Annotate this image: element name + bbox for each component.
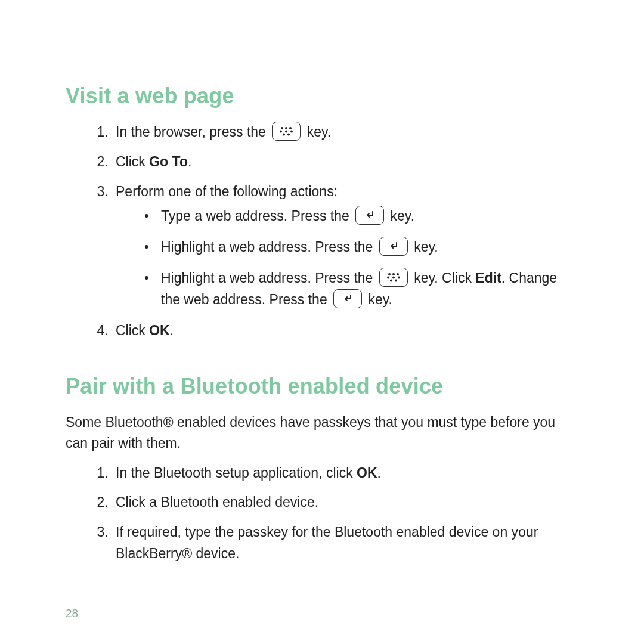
text: Highlight a web address. Press the bbox=[161, 239, 373, 255]
bold-text: OK bbox=[357, 465, 377, 481]
heading-visit-web-page: Visit a web page bbox=[66, 83, 578, 109]
svg-point-5 bbox=[290, 130, 293, 132]
text: In the Bluetooth setup application, clic… bbox=[116, 465, 357, 481]
enter-key-icon bbox=[333, 289, 362, 308]
text: key. bbox=[414, 239, 438, 255]
bullet-1: Type a web address. Press the key. bbox=[159, 206, 578, 227]
svg-point-3 bbox=[280, 130, 282, 132]
text: key. bbox=[369, 292, 392, 307]
text: . bbox=[188, 154, 191, 169]
visit-step-2: Click Go To. bbox=[112, 151, 578, 173]
svg-point-1 bbox=[285, 127, 287, 129]
text: Highlight a web address. Press the bbox=[161, 270, 373, 286]
svg-point-11 bbox=[387, 276, 389, 278]
text: Click bbox=[116, 323, 149, 338]
visit-step-3: Perform one of the following actions: Ty… bbox=[112, 181, 578, 311]
svg-point-2 bbox=[289, 127, 292, 129]
text: Click bbox=[116, 154, 149, 169]
pair-step-1: In the Bluetooth setup application, clic… bbox=[112, 463, 578, 484]
bullet-3: Highlight a web address. Press the key. … bbox=[159, 268, 578, 311]
pair-step-3: If required, type the passkey for the Bl… bbox=[112, 522, 578, 564]
visit-steps-list: In the browser, press the key. Click Go … bbox=[66, 122, 578, 342]
visit-step-4: Click OK. bbox=[112, 320, 578, 342]
text: key. Click bbox=[414, 270, 475, 286]
bold-text: OK bbox=[149, 323, 170, 338]
svg-point-6 bbox=[283, 133, 285, 135]
svg-point-7 bbox=[287, 133, 290, 135]
svg-point-10 bbox=[397, 273, 399, 275]
text: Type a web address. Press the bbox=[161, 208, 349, 224]
visit-sub-bullets: Type a web address. Press the key. Highl… bbox=[116, 206, 578, 311]
menu-key-icon bbox=[272, 122, 301, 141]
text: In the browser, press the bbox=[116, 124, 266, 140]
text: . bbox=[170, 323, 174, 338]
svg-point-15 bbox=[395, 279, 397, 281]
text: key. bbox=[391, 208, 414, 224]
heading-pair-bluetooth: Pair with a Bluetooth enabled device bbox=[66, 374, 578, 399]
text: . bbox=[377, 465, 381, 481]
section-visit-content: In the browser, press the key. Click Go … bbox=[66, 122, 578, 342]
bold-text: Edit bbox=[475, 270, 501, 286]
bold-text: Go To bbox=[149, 154, 188, 169]
text: key. bbox=[307, 124, 331, 140]
pair-steps-list: In the Bluetooth setup application, clic… bbox=[66, 463, 578, 565]
visit-step-1: In the browser, press the key. bbox=[112, 122, 578, 143]
text: Click a Bluetooth enabled device. bbox=[116, 494, 318, 510]
section-pair-content: In the Bluetooth setup application, clic… bbox=[66, 463, 578, 565]
svg-point-13 bbox=[398, 276, 400, 278]
svg-point-14 bbox=[390, 279, 392, 281]
svg-point-8 bbox=[388, 273, 391, 275]
text: If required, type the passkey for the Bl… bbox=[116, 524, 538, 561]
svg-point-0 bbox=[281, 127, 283, 129]
svg-point-12 bbox=[392, 276, 395, 278]
enter-key-icon bbox=[379, 237, 408, 256]
page-number: 28 bbox=[66, 607, 78, 620]
svg-point-4 bbox=[285, 130, 287, 132]
menu-key-icon bbox=[379, 268, 408, 287]
pair-step-2: Click a Bluetooth enabled device. bbox=[112, 492, 578, 513]
bullet-2: Highlight a web address. Press the key. bbox=[159, 237, 578, 258]
pair-intro-text: Some Bluetooth® enabled devices have pas… bbox=[66, 412, 578, 454]
document-page: Visit a web page In the browser, press t… bbox=[0, 0, 644, 644]
enter-key-icon bbox=[355, 206, 384, 225]
svg-point-9 bbox=[392, 273, 395, 275]
text: Perform one of the following actions: bbox=[116, 184, 338, 199]
